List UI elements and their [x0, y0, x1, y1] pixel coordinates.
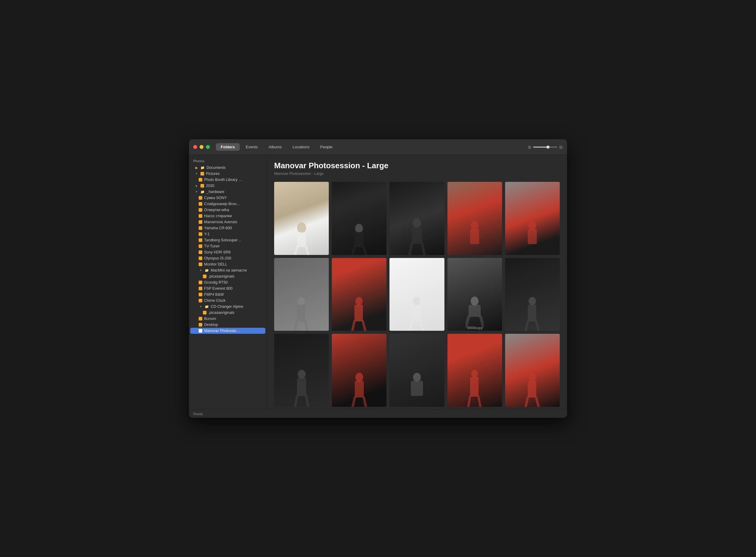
close-button[interactable]	[193, 145, 197, 149]
svg-line-26	[410, 321, 412, 331]
photo-cell-3[interactable]	[390, 182, 444, 255]
chevron-down-icon: ▼	[194, 190, 199, 193]
maximize-button[interactable]	[206, 145, 210, 149]
grid-icon	[199, 232, 202, 236]
sidebar-item-sony[interactable]: Сумка SONY	[190, 195, 265, 201]
sidebar-label: Documents	[207, 166, 225, 170]
photo-cell-6[interactable]	[274, 258, 329, 331]
photo-cell-12[interactable]	[332, 334, 387, 407]
chevron-down-icon: ▼	[199, 269, 203, 272]
sidebar-label: TV-Tuner	[204, 244, 220, 248]
sidebar-label: _hardware	[207, 190, 224, 194]
sidebar-item-magneto[interactable]: Магнитола Avensis	[190, 219, 265, 225]
svg-rect-17	[297, 305, 305, 321]
sidebar-item-yamaha[interactable]: Yamaha CR-600	[190, 225, 265, 231]
photo-cell-8[interactable]	[390, 258, 444, 331]
sidebar-label: CD-Changer Alpine	[211, 304, 243, 309]
photo-thumbnail	[390, 182, 444, 255]
tab-locations[interactable]: Locations	[288, 143, 314, 151]
photo-thumbnail	[274, 182, 329, 255]
sidebar-item-macmini[interactable]: ▼ 📁 MacMini на запчасти	[190, 267, 265, 273]
tab-events[interactable]: Events	[241, 143, 263, 151]
sidebar-item-2020[interactable]: ▶ 2020	[190, 183, 265, 189]
sidebar-item-manovar[interactable]: Manovar Photossio…	[190, 328, 265, 334]
photo-cell-5[interactable]	[505, 182, 560, 255]
zoom-large-icon: ⊞	[559, 145, 563, 149]
grid-icon	[199, 244, 202, 248]
sidebar-item-monitor[interactable]: Monitor DELL	[190, 261, 265, 267]
content-subtitle: Manovar Photosession - Large	[274, 172, 560, 176]
sidebar-label: Слайдсканер Broo…	[204, 202, 240, 206]
tab-people[interactable]: People	[315, 143, 337, 151]
photo-cell-4[interactable]	[448, 182, 502, 255]
grid-icon	[199, 323, 202, 326]
tab-albums[interactable]: Albums	[264, 143, 286, 151]
sidebar-label: Y-1	[204, 232, 210, 236]
sidebar-item-y1[interactable]: Y-1	[190, 231, 265, 237]
sidebar-label: Yamaha CR-600	[204, 226, 232, 230]
grid-icon	[203, 274, 207, 278]
svg-rect-29	[468, 305, 481, 317]
photo-cell-7[interactable]	[332, 258, 387, 331]
sidebar-item-cdchanger[interactable]: ▼ 📁 CD-Changer Alpine	[190, 303, 265, 310]
svg-line-38	[295, 396, 297, 407]
sidebar-item-sonyhdr[interactable]: Sony HDR-SR8	[190, 249, 265, 255]
sidebar-item-olympus[interactable]: Olympus IS-200	[190, 255, 265, 261]
tab-folders[interactable]: Folders	[216, 143, 240, 151]
photo-cell-9[interactable]: 3650bw.jpg	[448, 258, 502, 331]
sidebar-item-tandberg[interactable]: Tandberg Solvsuper…	[190, 237, 265, 243]
sidebar-item-hardware[interactable]: ▼ 📁 _hardware	[190, 189, 265, 195]
sidebar-item-tvtuner[interactable]: TV-Tuner	[190, 243, 265, 249]
sidebar-item-washer[interactable]: Насос стиралки	[190, 213, 265, 219]
sidebar-item-picasa2[interactable]: .picasaoriginals	[190, 310, 265, 316]
titlebar: Folders Events Albums Locations People ⊞…	[189, 139, 567, 155]
photo-cell-2[interactable]	[332, 182, 387, 255]
photo-cell-11[interactable]	[274, 334, 329, 407]
grid-icon	[199, 251, 202, 254]
grid-icon	[199, 293, 202, 296]
sidebar-item-photo-booth[interactable]: Photo Booth Library …	[190, 177, 265, 183]
sidebar-item-documents[interactable]: ▶ 📁 Documents	[190, 165, 265, 171]
photo-thumbnail	[274, 258, 329, 331]
svg-line-7	[364, 247, 366, 255]
sidebar-label: Tandberg Solvsuper…	[204, 238, 242, 242]
photo-cell-13[interactable]	[390, 334, 444, 407]
svg-line-6	[352, 247, 355, 255]
sidebar-item-desktop[interactable]: Desktop	[190, 322, 265, 328]
sidebar-label: MacMini на запчасти	[211, 268, 247, 272]
svg-line-39	[306, 396, 308, 407]
grid-icon	[199, 226, 202, 230]
svg-point-24	[413, 297, 420, 305]
chevron-down-icon: ▼	[199, 305, 203, 308]
sidebar-label: Desktop	[204, 323, 218, 327]
sidebar-item-fmp4[interactable]: FMP4 B&W	[190, 292, 265, 297]
sidebar-item-scanner[interactable]: Слайдсканер Broo…	[190, 201, 265, 207]
sidebar-label: Сумка SONY	[204, 196, 227, 200]
grid-icon	[201, 184, 204, 187]
photo-thumbnail	[448, 258, 502, 331]
sidebar-item-burson[interactable]: Burson	[190, 316, 265, 322]
sidebar-label: Grundig RT50	[204, 280, 228, 285]
svg-rect-15	[528, 229, 537, 244]
folder-icon: 📁	[205, 305, 209, 309]
sidebar-item-screwdrivers[interactable]: Отвертки wiha	[190, 207, 265, 213]
sidebar-item-chimeclock[interactable]: Chime Clock	[190, 297, 265, 303]
sidebar-item-fsp[interactable]: FSP Everest 800	[190, 286, 265, 292]
sidebar-item-pictures[interactable]: ▼ Pictures	[190, 171, 265, 177]
zoom-small-icon: ⊞	[528, 145, 532, 149]
sidebar-item-picasa1[interactable]: .picasaoriginals	[190, 273, 265, 280]
photo-thumbnail	[505, 334, 560, 407]
photo-cell-10[interactable]	[505, 258, 560, 331]
svg-line-3	[306, 247, 308, 255]
sidebar-label: Manovar Photossio…	[204, 329, 240, 333]
svg-rect-9	[412, 227, 422, 244]
photo-cell-14[interactable]	[448, 334, 502, 407]
minimize-button[interactable]	[200, 145, 204, 149]
sidebar-item-grundig[interactable]: Grundig RT50	[190, 280, 265, 286]
folder-icon: 📁	[205, 268, 209, 272]
app-window: Folders Events Albums Locations People ⊞…	[189, 139, 567, 418]
photo-cell-1[interactable]	[274, 182, 329, 255]
zoom-slider[interactable]	[533, 147, 557, 148]
photo-cell-15[interactable]	[505, 334, 560, 407]
photo-label-9: 3650bw.jpg	[448, 326, 502, 329]
